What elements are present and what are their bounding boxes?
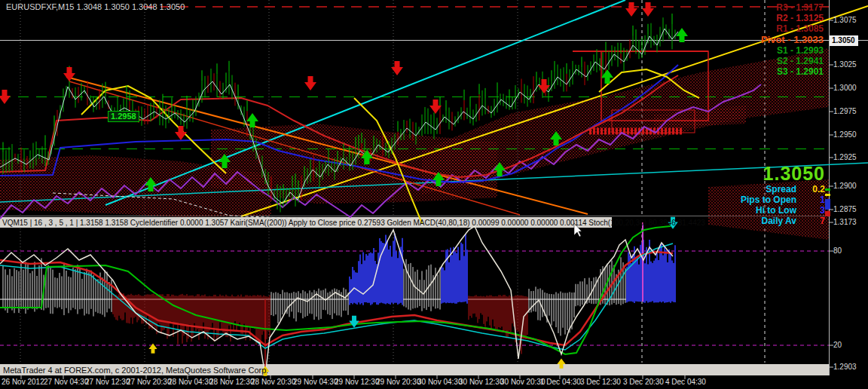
- indicator-scale-label: 20: [833, 341, 842, 350]
- current-price-box: 1.3050: [830, 35, 858, 46]
- panel-splitter[interactable]: [0, 216, 829, 216]
- time-axis-label: 28 Nov 12:30: [209, 378, 255, 386]
- time-axis-label: 30 Nov 04:30: [417, 378, 463, 386]
- copyright-text: MetaTrader 4 at FOREX.com, c 2001-2012, …: [3, 366, 268, 375]
- info-row: Daily Av7: [741, 216, 825, 226]
- info-row: Pips to Open1: [741, 194, 825, 205]
- info-value: 0.2: [796, 184, 825, 194]
- big-price-readout: 1.3050: [741, 164, 825, 184]
- info-value: 7: [796, 216, 825, 226]
- price-scale-label: 1.2950: [833, 130, 857, 139]
- indicator-scale-label: 1.2903: [833, 363, 857, 372]
- info-row: Spread0.2: [741, 184, 825, 194]
- pivot-level-s1: S1 - 1.2993: [761, 45, 824, 56]
- time-axis-label: 29 Nov 20:30: [376, 378, 421, 386]
- pivot-level-s3: S3 - 1.2901: [761, 66, 824, 77]
- info-label: Pips to Open: [741, 194, 796, 205]
- price-tag-label: 1.2958: [108, 111, 139, 122]
- info-row: Hi to Low3: [741, 205, 825, 216]
- info-value: 1: [796, 194, 825, 205]
- time-axis-label: 30 Nov 12:30: [459, 378, 504, 386]
- mt4-chart-window: EURUSDFXF,M15 1.3048 1.3050 1.3048 1.305…: [0, 0, 868, 389]
- symbol-title: EURUSDFXF,M15 1.3048 1.3050 1.3048 1.305…: [6, 2, 185, 11]
- time-axis-label: 27 Nov 04:30: [44, 378, 89, 386]
- indicator-chart-area[interactable]: [0, 228, 829, 364]
- time-axis-label: 29 Nov 04:30: [293, 378, 338, 386]
- pivot-levels-block: R3 - 1.3177R2 - 1.3125R1 - 1.3085Pivot -…: [761, 2, 824, 77]
- indicator-scale-label: 80: [833, 247, 842, 256]
- price-scale-label: 1.3025: [833, 60, 857, 69]
- time-axis-label: 27 Nov 12:30: [85, 378, 130, 386]
- price-scale-label: 1.2875: [833, 205, 857, 214]
- time-axis-label: 1 Dec 04:30: [540, 378, 581, 386]
- time-axis-label: 30 Nov 20:30: [500, 378, 546, 386]
- time-axis-label: 3 Dec 12:30: [580, 378, 621, 386]
- main-chart-area[interactable]: [0, 0, 829, 216]
- time-axis-label: 27 Nov 20:30: [127, 378, 172, 386]
- price-axis-border: [829, 0, 830, 375]
- time-axis-label: 28 Nov 20:30: [251, 378, 296, 386]
- info-label: Spread: [766, 184, 796, 194]
- time-axis-label: 4 Dec 04:30: [665, 378, 706, 386]
- indicator-scale-label: 1.3173: [833, 218, 857, 227]
- price-scale-label: 1.2900: [833, 182, 857, 191]
- price-scale-label: 1.2925: [833, 153, 857, 162]
- pivot-level-r3: R3 - 1.3177: [761, 2, 824, 13]
- pivot-level-s2: S2 - 1.2941: [761, 56, 824, 66]
- time-axis-label: 3 Dec 20:30: [623, 378, 664, 386]
- pivot-level-r1: R1 - 1.3085: [761, 23, 824, 34]
- info-label: Daily Av: [762, 216, 796, 226]
- pivot-level-r2: R2 - 1.3125: [761, 13, 824, 23]
- indicator-header-text: VQM15 | 16 , 3 , 5 , 1 | 1.3158 1.3158 C…: [2, 219, 705, 227]
- info-value: 3: [796, 205, 825, 216]
- time-axis-label: 26 Nov 2012: [2, 378, 44, 386]
- pivot-level-pivot: Pivot - 1.3033: [761, 34, 824, 45]
- time-axis-label: 29 Nov 12:30: [335, 378, 380, 386]
- price-scale-label: 1.3075: [833, 16, 857, 25]
- market-info-panel: 1.3050 Spread0.2Pips to Open1Hi to Low3D…: [741, 164, 825, 226]
- price-scale-label: 1.2975: [833, 107, 857, 116]
- info-label: Hi to Low: [756, 205, 796, 216]
- price-scale-label: 1.3000: [833, 84, 857, 93]
- time-axis-label: 28 Nov 04:30: [168, 378, 213, 386]
